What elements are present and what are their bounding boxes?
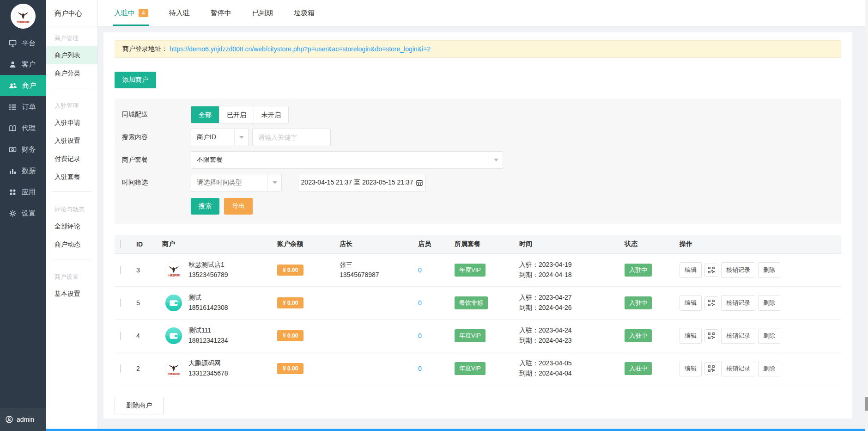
submenu-item-settle-apply[interactable]: 入驻申请 [46, 114, 97, 132]
edit-button[interactable]: 编辑 [680, 361, 702, 376]
primary-sidebar: 平台 客户 商户 订单 代理 财务 [0, 0, 46, 431]
tab-pending[interactable]: 待入驻 [169, 0, 190, 26]
sidebar-item-customers[interactable]: 客户 [0, 54, 46, 75]
filter-label: 商户套餐 [122, 156, 191, 164]
balance-badge: ¥ 0.00 [277, 330, 303, 341]
segment-all[interactable]: 全部 [191, 106, 219, 123]
cell-id: 2 [133, 365, 159, 372]
cell-time: 入驻：2023-04-27 到期：2024-04-26 [516, 293, 621, 313]
time-type-select[interactable]: 请选择时间类型 [191, 174, 282, 191]
table-header: ID 商户 账户余额 店长 店员 所属套餐 时间 状态 操作 [115, 235, 841, 254]
qrcode-button[interactable] [704, 329, 718, 342]
table-row: 4 测试111 18812341234 ¥ 0.00 [115, 320, 841, 352]
export-button[interactable]: 导出 [224, 198, 253, 215]
select-all-checkbox[interactable] [120, 240, 121, 248]
cell-actions: 编辑 核销记录 删除 [676, 361, 841, 376]
main-area: 入驻中 4 待入驻 暂停中 已到期 垃圾箱 商户登录地址： https://de… [98, 0, 868, 431]
sidebar-item-apps[interactable]: 应用 [0, 181, 46, 203]
data-chart-icon [9, 167, 17, 175]
tab-paused[interactable]: 暂停中 [211, 0, 231, 26]
chevron-down-icon [267, 174, 281, 191]
add-merchant-button[interactable]: 添加商户 [115, 72, 156, 88]
submenu-item-merchant-list[interactable]: 商户列表 [46, 46, 97, 64]
package-select[interactable]: 不限套餐 [191, 151, 503, 169]
search-type-select[interactable]: 商户ID [191, 129, 249, 146]
row-checkbox[interactable] [120, 332, 121, 340]
tab-expired[interactable]: 已到期 [252, 0, 273, 26]
submenu-item-settle-packages[interactable]: 入驻套餐 [46, 168, 97, 186]
submenu-item-basic-settings[interactable]: 基本设置 [46, 285, 97, 303]
col-manager: 店长 [336, 240, 415, 248]
delete-button[interactable]: 删除 [758, 328, 780, 344]
qrcode-icon [708, 332, 715, 339]
sidebar-item-platform[interactable]: 平台 [0, 32, 46, 54]
delete-button[interactable]: 删除 [758, 295, 780, 311]
customer-icon [9, 61, 17, 68]
staff-count-link[interactable]: 0 [418, 332, 422, 339]
manager-phone: 13545678987 [340, 270, 415, 280]
edit-button[interactable]: 编辑 [680, 295, 702, 311]
merchant-panel: 商户登录地址： https://demo6.ynjdzzd008.cn/web/… [103, 32, 852, 419]
row-checkbox[interactable] [120, 299, 121, 307]
qrcode-icon [708, 300, 715, 306]
submenu-item-settle-settings[interactable]: 入驻设置 [46, 132, 97, 150]
row-checkbox[interactable] [120, 364, 121, 373]
store-login-link[interactable]: https://demo6.ynjdzzd008.cn/web/citystor… [170, 45, 431, 53]
join-date: 入驻：2023-04-27 [519, 293, 621, 303]
tab-trash[interactable]: 垃圾箱 [294, 0, 315, 26]
submenu-item-merchant-category[interactable]: 商户分类 [46, 64, 97, 82]
sidebar-item-orders[interactable]: 订单 [0, 96, 46, 117]
staff-count-link[interactable]: 0 [418, 365, 422, 372]
search-type-value: 商户ID [191, 133, 234, 142]
submenu-section-title: 商户管理 [46, 26, 97, 46]
cell-id: 3 [133, 266, 159, 274]
verify-records-button[interactable]: 核销记录 [721, 295, 755, 311]
row-checkbox[interactable] [120, 266, 121, 274]
primary-nav: 平台 客户 商户 订单 代理 财务 [0, 32, 46, 408]
delete-button[interactable]: 删除 [758, 262, 780, 278]
cell-id: 5 [133, 299, 159, 307]
staff-count-link[interactable]: 0 [418, 299, 422, 307]
sidebar-item-finance[interactable]: 财务 [0, 139, 46, 160]
sidebar-item-merchants[interactable]: 商户 [0, 75, 46, 96]
staff-count-link[interactable]: 0 [418, 266, 422, 274]
edit-button[interactable]: 编辑 [680, 328, 702, 344]
cell-merchant: 大鹏源码网 13312345678 [159, 358, 274, 378]
cell-actions: 编辑 核销记录 删除 [676, 328, 841, 344]
admin-user-button[interactable]: admin [0, 408, 46, 431]
sidebar-item-label: 客户 [22, 60, 36, 69]
date-range-value: 2023-04-15 21:37 至 2023-05-15 21:37 [301, 179, 413, 187]
edit-button[interactable]: 编辑 [680, 262, 702, 278]
submenu-item-merchant-feed[interactable]: 商户动态 [46, 235, 97, 253]
filter-label: 时间筛选 [122, 179, 191, 187]
qrcode-button[interactable] [704, 296, 718, 309]
wallet-logo [165, 294, 182, 312]
qrcode-button[interactable] [704, 362, 718, 375]
segment-enabled[interactable]: 已开启 [219, 106, 254, 123]
tab-settling[interactable]: 入驻中 4 [114, 0, 148, 26]
sidebar-item-label: 代理 [22, 124, 36, 133]
filter-row-package: 商户套餐 不限套餐 [122, 151, 834, 169]
segment-disabled[interactable]: 未开启 [254, 106, 288, 123]
verify-records-button[interactable]: 核销记录 [721, 361, 755, 376]
chevron-down-icon [489, 152, 503, 168]
keyword-input[interactable] [252, 129, 331, 146]
search-button[interactable]: 搜索 [191, 198, 219, 215]
verify-records-button[interactable]: 核销记录 [721, 262, 755, 278]
scrollbar-thumb[interactable] [865, 397, 868, 411]
content-area: 商户登录地址： https://demo6.ynjdzzd008.cn/web/… [98, 26, 868, 431]
brand-logo[interactable] [0, 0, 46, 32]
sidebar-item-data[interactable]: 数据 [0, 160, 46, 181]
qrcode-button[interactable] [704, 264, 718, 277]
sidebar-item-settings[interactable]: 设置 [0, 203, 46, 224]
merchant-phone: 13312345678 [188, 369, 228, 379]
sidebar-item-agents[interactable]: 代理 [0, 117, 46, 139]
sidebar-item-label: 订单 [22, 103, 36, 111]
delete-merchant-button[interactable]: 删除商户 [115, 397, 164, 414]
submenu-item-payment-records[interactable]: 付费记录 [46, 150, 97, 168]
date-range-input[interactable]: 2023-04-15 21:37 至 2023-05-15 21:37 [298, 174, 426, 191]
submenu-item-all-comments[interactable]: 全部评论 [46, 217, 97, 235]
verify-records-button[interactable]: 核销记录 [721, 328, 755, 344]
scrollbar-track [865, 0, 868, 431]
delete-button[interactable]: 删除 [758, 361, 780, 376]
